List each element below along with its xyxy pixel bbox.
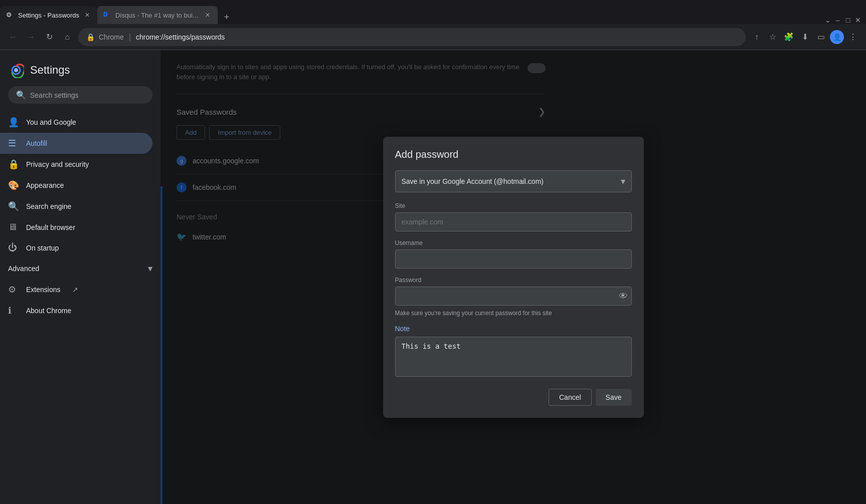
- minimize-button[interactable]: –: [834, 16, 842, 24]
- password-hint: Make sure you're saving your current pas…: [395, 310, 632, 317]
- sidebar-item-about-chrome[interactable]: ℹ About Chrome: [0, 300, 160, 321]
- tab-settings[interactable]: ⚙ Settings - Passwords ✕: [0, 6, 97, 24]
- account-dropdown[interactable]: Save in your Google Account (@hotmail.co…: [395, 170, 632, 192]
- search-engine-icon: 🔍: [8, 201, 18, 212]
- more-menu-icon[interactable]: ⋮: [846, 30, 860, 44]
- sidebar-item-default-browser[interactable]: 🖥 Default browser: [0, 217, 152, 237]
- content-area: Automatically sign in to sites and apps …: [160, 50, 866, 504]
- forward-icon: →: [27, 33, 35, 42]
- shield-icon: 🔒: [8, 159, 18, 170]
- browser-frame: ⚙ Settings - Passwords ✕ D Disqus - The …: [0, 0, 866, 504]
- site-label: Site: [395, 202, 632, 209]
- search-settings-bar[interactable]: 🔍: [8, 86, 152, 104]
- back-button[interactable]: ←: [6, 30, 20, 44]
- new-tab-button[interactable]: +: [220, 10, 234, 24]
- disqus-favicon: D: [103, 11, 111, 19]
- sidebar-item-appearance[interactable]: 🎨 Appearance: [0, 175, 152, 196]
- account-label-text: Save in your Google Account (: [402, 177, 496, 185]
- window-controls: ⌄ – □ ✕: [824, 16, 866, 24]
- bookmark-icon[interactable]: ☆: [766, 30, 780, 44]
- tab-disqus[interactable]: D Disqus - The #1 way to build an... ✕: [97, 6, 218, 24]
- gear-icon: ⚙: [8, 284, 18, 295]
- show-password-eye-icon[interactable]: 👁: [619, 291, 628, 301]
- password-field-wrap: 👁: [395, 287, 632, 306]
- about-chrome-label: About Chrome: [26, 307, 71, 315]
- settings-favicon: ⚙: [6, 11, 14, 19]
- advanced-label: Advanced: [8, 265, 39, 273]
- sidebar-item-search-engine[interactable]: 🔍 Search engine: [0, 196, 152, 217]
- tab-settings-close[interactable]: ✕: [83, 11, 91, 19]
- autofill-icon: ☰: [8, 138, 18, 149]
- site-input[interactable]: [395, 212, 632, 231]
- dialog-overlay: Add password Save in your Google Account…: [160, 50, 866, 504]
- username-label: Username: [395, 239, 632, 246]
- home-icon: ⌂: [65, 33, 70, 42]
- dialog-title: Add password: [395, 149, 632, 160]
- profile-avatar[interactable]: 👤: [830, 30, 844, 44]
- forward-button[interactable]: →: [24, 30, 38, 44]
- tab-disqus-title: Disqus - The #1 way to build an...: [115, 12, 200, 19]
- power-icon: ⏻: [8, 242, 18, 253]
- sidebar-label-autofill: Autofill: [26, 139, 47, 147]
- sidebar-item-you-and-google[interactable]: 👤 You and Google: [0, 112, 152, 133]
- sidebar-item-extensions[interactable]: ⚙ Extensions ↗: [0, 279, 160, 300]
- chrome-logo-icon: [8, 62, 24, 78]
- dropdown-arrow-icon: ▾: [621, 176, 625, 187]
- sidebar-label-appearance: Appearance: [26, 181, 64, 189]
- home-button[interactable]: ⌂: [60, 30, 74, 44]
- note-textarea[interactable]: This is a test: [395, 337, 632, 377]
- svg-point-1: [14, 68, 18, 72]
- extensions-label: Extensions: [26, 286, 60, 294]
- search-settings-input[interactable]: [30, 91, 144, 99]
- sidebar-label-default-browser: Default browser: [26, 223, 75, 231]
- back-icon: ←: [9, 33, 17, 42]
- extensions-icon[interactable]: 🧩: [782, 30, 796, 44]
- sidebar: Settings 🔍 👤 You and Google ☰ Autofill 🔒…: [0, 50, 160, 504]
- external-link-icon: ↗: [72, 286, 78, 294]
- url-bar[interactable]: 🔒 Chrome | chrome://settings/passwords: [78, 28, 746, 46]
- toolbar-right: ↑ ☆ 🧩 ⬇ ▭ 👤 ⋮: [750, 30, 860, 44]
- username-input[interactable]: [395, 249, 632, 269]
- security-icon: 🔒: [86, 33, 95, 41]
- url-source: Chrome: [99, 33, 124, 41]
- main-layout: Settings 🔍 👤 You and Google ☰ Autofill 🔒…: [0, 50, 866, 504]
- refresh-button[interactable]: ↻: [42, 30, 56, 44]
- person-icon: 👤: [8, 117, 18, 128]
- settings-header: Settings: [0, 58, 160, 86]
- cast-icon[interactable]: ▭: [814, 30, 828, 44]
- dialog-actions: Cancel Save: [395, 389, 632, 406]
- close-button[interactable]: ✕: [854, 16, 862, 24]
- share-icon[interactable]: ↑: [750, 30, 764, 44]
- add-password-dialog: Add password Save in your Google Account…: [383, 137, 644, 418]
- settings-title: Settings: [30, 64, 70, 77]
- url-path: chrome://settings/passwords: [136, 33, 225, 41]
- maximize-button[interactable]: □: [844, 16, 852, 24]
- url-divider: |: [129, 33, 131, 42]
- refresh-icon: ↻: [46, 32, 53, 42]
- search-icon: 🔍: [16, 90, 26, 100]
- sidebar-item-privacy-security[interactable]: 🔒 Privacy and security: [0, 154, 152, 175]
- note-label: Note: [395, 325, 632, 333]
- sidebar-label-search-engine: Search engine: [26, 202, 71, 210]
- sidebar-label-privacy: Privacy and security: [26, 160, 89, 168]
- chevron-down-icon[interactable]: ⌄: [824, 16, 832, 24]
- address-bar: ← → ↻ ⌂ 🔒 Chrome | chrome://settings/pas…: [0, 24, 866, 50]
- tab-disqus-close[interactable]: ✕: [204, 11, 212, 19]
- sidebar-label-you-and-google: You and Google: [26, 118, 76, 126]
- save-button[interactable]: Save: [596, 389, 632, 406]
- account-email-text: @hotmail.com): [496, 177, 544, 185]
- password-label: Password: [395, 277, 632, 284]
- sidebar-item-advanced[interactable]: Advanced ▾: [0, 258, 160, 279]
- sidebar-item-autofill[interactable]: ☰ Autofill: [0, 133, 152, 154]
- chevron-down-icon: ▾: [148, 263, 152, 274]
- password-input[interactable]: [395, 287, 632, 306]
- url-bold-part: settings: [165, 33, 189, 41]
- sidebar-item-on-startup[interactable]: ⏻ On startup: [0, 237, 152, 258]
- monitor-icon: 🖥: [8, 222, 18, 232]
- account-text: Save in your Google Account (@hotmail.co…: [402, 177, 621, 185]
- download-icon[interactable]: ⬇: [798, 30, 812, 44]
- info-icon: ℹ: [8, 305, 18, 316]
- cancel-button[interactable]: Cancel: [549, 389, 592, 406]
- sidebar-label-on-startup: On startup: [26, 244, 59, 252]
- tab-bar: ⚙ Settings - Passwords ✕ D Disqus - The …: [0, 0, 866, 24]
